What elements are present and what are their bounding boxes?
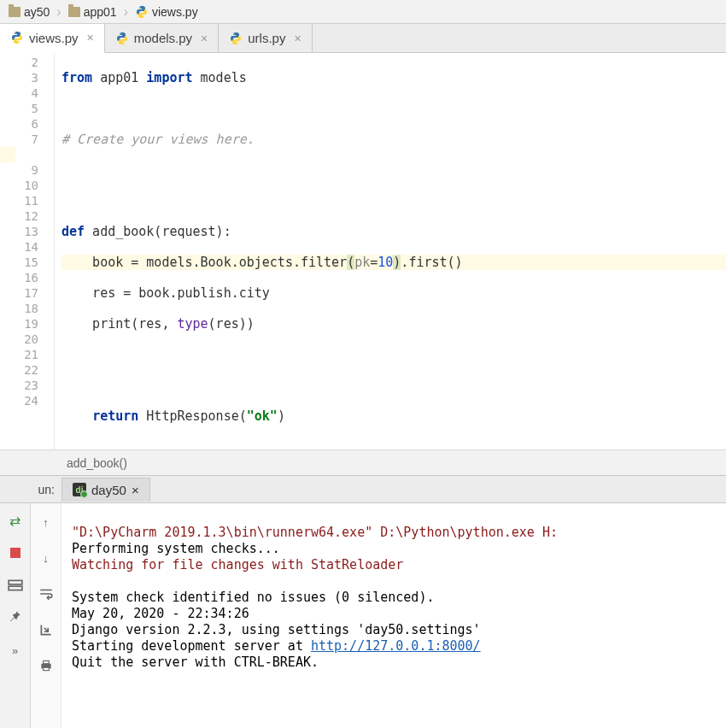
code-editor[interactable]: 2 3 4 5 6 7 8 9 10 11 12 13 14 15 16 17 … — [0, 53, 726, 449]
code-text: (res)) — [208, 316, 255, 332]
code-text: = — [370, 255, 378, 270]
stop-icon — [10, 548, 20, 558]
close-icon[interactable]: × — [201, 32, 208, 45]
run-toolbar-primary: » — [0, 503, 31, 728]
breadcrumb: ay50 app01 views.py — [0, 0, 726, 24]
down-stack-button[interactable] — [36, 548, 56, 568]
code-text: pk — [354, 255, 370, 270]
run-body: » "D:\PyCharm 2019.1.3\bin\runnerw64.exe… — [0, 503, 726, 728]
python-icon — [135, 5, 149, 19]
close-icon[interactable]: × — [87, 31, 94, 44]
code-comment: # Create your views here. — [61, 132, 255, 147]
stop-button[interactable] — [5, 543, 26, 563]
folder-icon — [68, 7, 80, 17]
print-button[interactable] — [36, 655, 56, 676]
svg-rect-12 — [43, 667, 49, 670]
current-function-label: add_book() — [67, 456, 127, 470]
python-icon — [229, 32, 243, 45]
console-line: Quit the server with CTRL-BREAK. — [72, 655, 319, 670]
code-text: type — [177, 316, 208, 332]
code-content[interactable]: from app01 import models # Create your v… — [55, 53, 726, 449]
python-icon — [10, 31, 24, 44]
code-text: book = models.Book.objects.filter — [61, 255, 347, 270]
code-text: ( — [347, 255, 354, 270]
breadcrumb-label: app01 — [84, 5, 117, 19]
rerun-button[interactable] — [5, 510, 26, 531]
breadcrumb-item-app[interactable]: app01 — [63, 3, 122, 21]
svg-rect-9 — [9, 586, 22, 590]
tab-urls[interactable]: urls.py × — [219, 24, 312, 52]
line-gutter: 2 3 4 5 6 7 8 9 10 11 12 13 14 15 16 17 … — [0, 53, 55, 449]
run-toolbar-secondary — [31, 503, 61, 728]
console-line: Performing system checks... — [72, 541, 280, 556]
console-line: Watching for file changes with StatReloa… — [72, 557, 403, 572]
code-kw: def — [61, 224, 85, 239]
python-icon — [115, 32, 129, 45]
tab-views[interactable]: views.py × — [0, 24, 105, 53]
editor-tab-bar: views.py × models.py × urls.py × — [0, 24, 726, 53]
server-url-link[interactable]: http://127.0.0.1:8000/ — [311, 638, 481, 654]
editor-status-bar: add_book() — [0, 449, 726, 475]
breadcrumb-label: ay50 — [24, 5, 50, 19]
code-kw: from — [61, 70, 92, 85]
code-text: app01 — [92, 70, 146, 85]
code-text: .first() — [401, 255, 462, 270]
console-output[interactable]: "D:\PyCharm 2019.1.3\bin\runnerw64.exe" … — [61, 503, 726, 728]
code-text: add_book(request): — [85, 224, 231, 239]
console-line: System check identified no issues (0 sil… — [72, 590, 434, 605]
svg-rect-8 — [9, 580, 22, 584]
soft-wrap-button[interactable] — [36, 584, 56, 604]
folder-icon — [9, 7, 20, 17]
svg-rect-11 — [43, 660, 49, 663]
svg-point-4 — [120, 33, 120, 34]
pin-button[interactable] — [5, 608, 26, 628]
console-line: May 20, 2020 - 22:34:26 — [72, 606, 249, 621]
console-line: Django version 2.2.3, using settings 'da… — [72, 622, 481, 637]
tab-label: views.py — [29, 31, 79, 45]
chevron-right-icon — [124, 4, 128, 20]
code-text: 10 — [378, 255, 393, 270]
breadcrumb-label: views.py — [152, 5, 198, 19]
code-text: models — [193, 70, 247, 85]
breadcrumb-item-project[interactable]: ay50 — [3, 3, 55, 21]
svg-point-2 — [15, 32, 15, 33]
code-text: HttpResponse( — [138, 408, 246, 424]
django-icon: dj — [73, 483, 86, 496]
scroll-to-end-button[interactable] — [36, 619, 56, 640]
code-kw: return — [92, 408, 138, 424]
svg-point-6 — [234, 33, 235, 34]
run-tab-bar: un: dj day50 × — [0, 476, 726, 503]
console-line: "D:\PyCharm 2019.1.3\bin\runnerw64.exe" … — [72, 525, 558, 540]
code-text: res = book.publish.city — [61, 285, 270, 301]
code-text: print(res, — [61, 316, 177, 332]
code-text: ) — [393, 255, 401, 270]
up-stack-button[interactable] — [36, 512, 56, 532]
layout-button[interactable] — [5, 575, 26, 596]
svg-point-0 — [139, 7, 140, 8]
chevron-right-icon — [56, 4, 61, 20]
tab-label: urls.py — [248, 31, 285, 45]
svg-point-1 — [143, 15, 143, 16]
code-text: ) — [278, 408, 285, 424]
run-tool-window: un: dj day50 × » "D:\PyCharm 2019.1.3\bi… — [0, 475, 726, 728]
tab-models[interactable]: models.py × — [105, 24, 220, 52]
run-label: un: — [0, 483, 61, 496]
code-text: "ok" — [247, 408, 278, 424]
breadcrumb-item-file[interactable]: views.py — [130, 3, 203, 21]
tab-label: models.py — [134, 31, 192, 45]
svg-point-7 — [237, 42, 238, 43]
svg-point-3 — [18, 42, 19, 43]
svg-point-5 — [123, 42, 124, 43]
run-config-tab[interactable]: dj day50 × — [61, 478, 150, 502]
console-line: Starting development server at — [72, 638, 311, 654]
more-button[interactable]: » — [5, 640, 26, 660]
run-tab-label: day50 — [91, 483, 126, 497]
close-icon[interactable]: × — [294, 32, 301, 45]
close-icon[interactable]: × — [132, 483, 139, 497]
code-kw: import — [146, 70, 192, 85]
